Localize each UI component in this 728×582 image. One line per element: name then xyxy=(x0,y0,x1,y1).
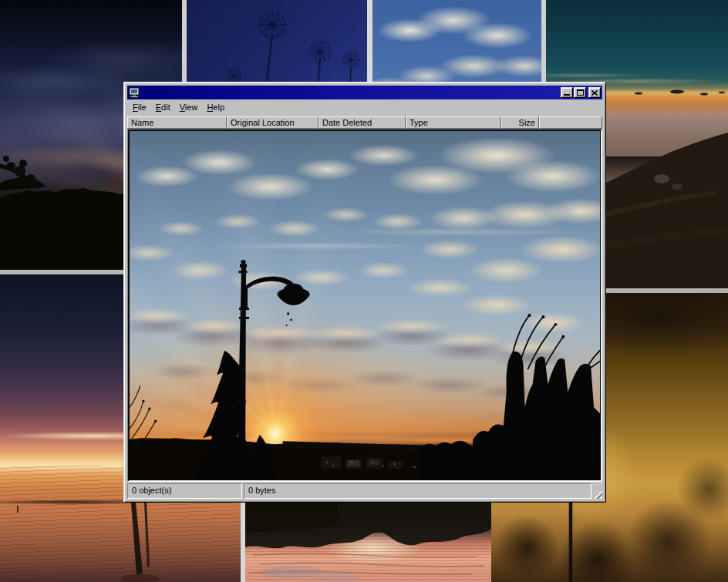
menu-bar: File Edit View Help xyxy=(127,99,602,115)
menu-edit[interactable]: Edit xyxy=(151,101,175,113)
status-byte-count: 0 bytes xyxy=(244,483,592,499)
bush-silhouette xyxy=(249,435,275,479)
window-controls xyxy=(561,87,601,98)
recycle-bin-window: File Edit View Help Name Original Locati… xyxy=(123,82,606,503)
maximize-button[interactable] xyxy=(574,87,586,98)
wallpaper-tile-water-reflection xyxy=(245,501,491,582)
status-object-count-text: 0 object(s) xyxy=(132,486,171,495)
minimize-button[interactable] xyxy=(561,87,573,98)
computer-icon[interactable] xyxy=(129,87,140,98)
column-header-filler[interactable] xyxy=(539,116,602,129)
wallpaper-showthrough-photo xyxy=(130,131,600,479)
pole-silhouette xyxy=(569,501,572,582)
column-header-original-location-label: Original Location xyxy=(231,118,295,127)
menu-view-label: iew xyxy=(185,103,198,112)
file-list-viewport[interactable] xyxy=(127,129,602,482)
close-icon xyxy=(592,90,598,96)
right-trees-silhouette xyxy=(421,314,600,479)
menu-file-label: ile xyxy=(138,103,147,112)
menu-view[interactable]: View xyxy=(175,101,203,113)
menu-help-label: elp xyxy=(213,103,224,112)
column-header-date-deleted[interactable]: Date Deleted xyxy=(318,116,406,129)
status-object-count: 0 object(s) xyxy=(127,483,242,499)
status-bar: 0 object(s) 0 bytes xyxy=(127,483,602,499)
menu-file[interactable]: File xyxy=(128,101,151,113)
column-header-name-label: Name xyxy=(131,118,153,127)
status-byte-count-text: 0 bytes xyxy=(248,486,275,495)
menu-view-accesskey: V xyxy=(180,103,185,112)
menu-edit-accesskey: E xyxy=(156,103,161,112)
column-header-original-location[interactable]: Original Location xyxy=(227,116,318,129)
column-header-size-label: Size xyxy=(519,118,535,127)
minimize-icon xyxy=(564,94,570,96)
column-header-date-deleted-label: Date Deleted xyxy=(322,118,372,127)
menu-edit-label: dit xyxy=(161,103,170,112)
menu-file-accesskey: F xyxy=(133,103,138,112)
menu-help[interactable]: Help xyxy=(202,101,229,113)
column-header-name[interactable]: Name xyxy=(127,116,227,129)
screen: { "window": { "title": "", "titlebar_col… xyxy=(0,0,728,582)
tree-reflection-silhouette xyxy=(245,501,491,582)
close-button[interactable] xyxy=(588,87,601,98)
column-header-type[interactable]: Type xyxy=(406,116,501,129)
resize-grip[interactable] xyxy=(592,483,602,499)
column-header-size[interactable]: Size xyxy=(501,116,539,129)
cypress-silhouette xyxy=(195,351,256,479)
column-header-row: Name Original Location Date Deleted Type… xyxy=(127,116,602,129)
titlebar[interactable] xyxy=(127,86,602,99)
maximize-icon xyxy=(577,89,584,96)
photo-silhouettes xyxy=(130,131,600,479)
column-header-type-label: Type xyxy=(410,118,428,127)
